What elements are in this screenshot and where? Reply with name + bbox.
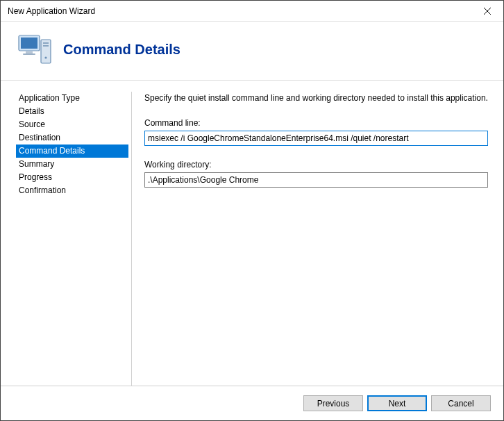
sidebar-item-command-details[interactable]: Command Details <box>16 145 128 158</box>
sidebar-item-label: Confirmation <box>19 185 66 195</box>
wizard-steps-sidebar: Application Type Details Source Destinat… <box>1 81 131 386</box>
svg-rect-5 <box>23 53 35 55</box>
previous-button[interactable]: Previous <box>303 395 363 411</box>
command-line-input[interactable] <box>144 131 488 146</box>
close-icon <box>484 8 491 15</box>
main-panel: Specify the quiet install command line a… <box>132 81 503 386</box>
sidebar-item-summary[interactable]: Summary <box>16 158 128 171</box>
svg-point-9 <box>44 56 47 58</box>
next-button[interactable]: Next <box>367 395 427 411</box>
sidebar-item-destination[interactable]: Destination <box>16 131 128 145</box>
instruction-text: Specify the quiet install command line a… <box>144 93 488 103</box>
sidebar-item-progress[interactable]: Progress <box>16 171 128 184</box>
sidebar-item-label: Source <box>19 119 45 129</box>
working-directory-field-block: Working directory: <box>144 160 488 188</box>
sidebar-item-confirmation[interactable]: Confirmation <box>16 184 128 197</box>
page-title: Command Details <box>63 42 180 58</box>
sidebar-item-application-type[interactable]: Application Type <box>16 92 128 105</box>
titlebar: New Application Wizard <box>1 1 503 22</box>
close-button[interactable] <box>471 1 503 22</box>
computer-icon <box>17 33 53 66</box>
svg-rect-7 <box>43 42 49 44</box>
sidebar-item-details[interactable]: Details <box>16 105 128 118</box>
sidebar-item-label: Details <box>19 106 44 116</box>
body: Application Type Details Source Destinat… <box>1 80 503 386</box>
svg-rect-3 <box>21 38 37 49</box>
working-directory-input[interactable] <box>144 172 488 188</box>
window-title: New Application Wizard <box>8 6 95 16</box>
sidebar-item-label: Command Details <box>19 146 85 156</box>
svg-rect-8 <box>43 45 49 47</box>
command-line-label: Command line: <box>144 118 488 128</box>
command-line-field-block: Command line: <box>144 118 488 146</box>
sidebar-item-label: Summary <box>19 159 54 169</box>
wizard-window: New Application Wizard Command De <box>0 0 504 421</box>
footer: Previous Next Cancel <box>1 386 503 420</box>
svg-rect-4 <box>26 51 33 53</box>
sidebar-item-source[interactable]: Source <box>16 118 128 131</box>
cancel-button[interactable]: Cancel <box>431 395 491 411</box>
header: Command Details <box>1 22 503 80</box>
sidebar-item-label: Application Type <box>19 93 80 103</box>
sidebar-item-label: Destination <box>19 133 60 142</box>
working-directory-label: Working directory: <box>144 160 488 170</box>
sidebar-item-label: Progress <box>19 172 52 182</box>
